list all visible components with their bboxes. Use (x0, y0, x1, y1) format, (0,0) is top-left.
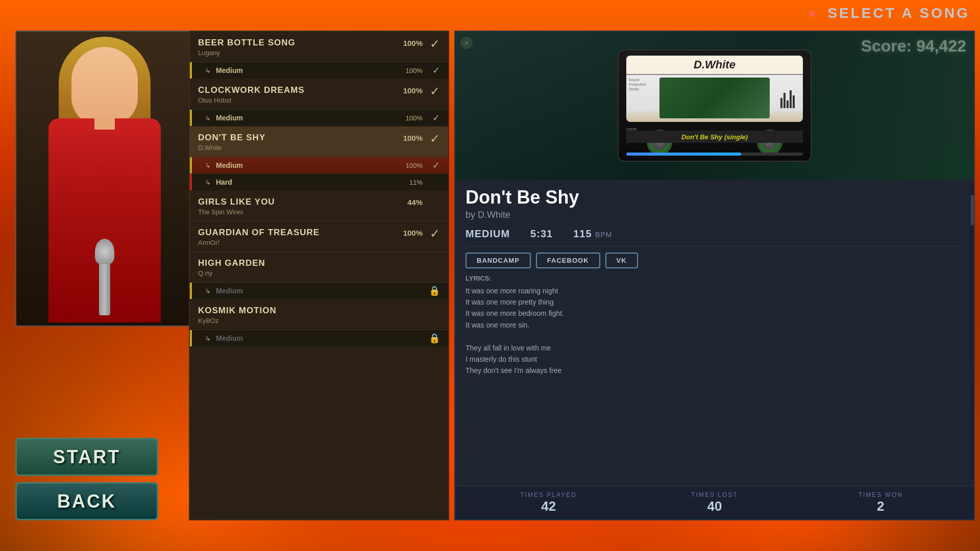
song-title: KOSMIK MOTION (198, 306, 440, 316)
scroll-thumb (971, 195, 974, 226)
header: ● SELECT A SONG (798, 0, 980, 27)
difficulty-arrow-icon: ↳ (205, 114, 211, 122)
difficulty-label: Hard (216, 178, 232, 186)
detail-song-title: Don't Be Shy (465, 187, 964, 208)
detail-stats: MEDIUM 5:31 115 BPM (465, 228, 964, 246)
song-check-icon: ✓ (430, 227, 440, 241)
times-won-label: TIMES WON (798, 491, 964, 498)
times-lost-block: TIMES LOST 40 (631, 491, 797, 514)
difficulty-arrow-icon: ↳ (205, 179, 211, 186)
facebook-button[interactable]: FACEBOOK (536, 253, 600, 268)
cassette-title: Don't Be Shy (single) (681, 133, 748, 141)
difficulty-check-icon: ✓ (432, 160, 440, 171)
detail-bpm: 115 BPM (573, 228, 612, 240)
song-details: Don't Be Shy by D.White MEDIUM 5:31 115 … (455, 180, 974, 486)
difficulty-label: Medium (216, 287, 243, 295)
song-artist: Lugany (198, 49, 440, 57)
song-score: 44% (407, 198, 423, 207)
action-buttons: START BACK (15, 438, 158, 520)
difficulty-arrow-icon: ↳ (205, 287, 211, 295)
vk-button[interactable]: VK (605, 253, 638, 268)
difficulty-label: Medium (216, 161, 243, 169)
stats-row: TIMES PLAYED 42 TIMES LOST 40 TIMES WON … (455, 486, 974, 519)
scroll-indicator[interactable] (970, 185, 974, 479)
difficulty-arrow-icon: ↳ (205, 335, 211, 342)
difficulty-item[interactable]: ↳Medium100%✓ (190, 62, 448, 79)
song-item[interactable]: DON'T BE SHYD.White100%✓ (190, 127, 448, 157)
song-artist: KyBOz (198, 317, 440, 324)
song-item[interactable]: GIRLS LIKE YOUThe Spin Wires44% (190, 191, 448, 221)
song-score: 100% (403, 134, 423, 142)
difficulty-bar (190, 174, 192, 190)
difficulty-check-icon: ✓ (432, 112, 440, 123)
lyrics-label: LYRICS: (465, 274, 964, 282)
difficulty-check-icon: ✓ (432, 65, 440, 76)
song-artist: Otus Hobst (198, 96, 440, 104)
song-item[interactable]: KOSMIK MOTIONKyBOz (190, 299, 448, 330)
song-item[interactable]: CLOCKWORK DREAMSOtus Hobst100%✓ (190, 79, 448, 110)
song-list-panel[interactable]: BEER BOTTLE SONGLugany100%✓↳Medium100%✓C… (189, 31, 449, 520)
cassette-artist: D.White (626, 56, 803, 75)
progress-bar-fill (626, 153, 741, 156)
song-check-icon: ✓ (430, 37, 440, 51)
difficulty-lock-icon: 🔒 (429, 285, 440, 296)
difficulty-score: 100% (406, 114, 423, 122)
difficulty-score: 100% (406, 162, 423, 169)
song-artist: The Spin Wires (198, 208, 440, 216)
times-played-label: TIMES PLAYED (465, 491, 631, 498)
difficulty-score: 11% (409, 179, 423, 186)
difficulty-bar (190, 283, 192, 299)
times-lost-label: TIMES LOST (631, 491, 797, 498)
start-button[interactable]: START (15, 438, 158, 476)
times-won-block: TIMES WON 2 (798, 491, 964, 514)
difficulty-item[interactable]: ↳Medium🔒 (190, 330, 448, 347)
difficulty-item[interactable]: ↳Medium🔒 (190, 283, 448, 299)
difficulty-label: Medium (216, 66, 243, 74)
difficulty-arrow-icon: ↳ (205, 67, 211, 74)
times-played-block: TIMES PLAYED 42 (465, 491, 631, 514)
difficulty-bar (190, 110, 192, 126)
song-score: 100% (403, 86, 423, 95)
difficulty-item[interactable]: ↳Medium100%✓ (190, 157, 448, 174)
back-button[interactable]: BACK (15, 482, 158, 520)
difficulty-label: Medium (216, 334, 243, 342)
difficulty-bar (190, 157, 192, 173)
song-title: HIGH GARDEN (198, 258, 440, 268)
difficulty-bar (190, 62, 192, 79)
detail-bpm-unit: BPM (595, 231, 612, 239)
song-item[interactable]: HIGH GARDENQ.rty (190, 252, 448, 283)
lyrics-text: It was one more roaring nightIt was one … (465, 285, 964, 377)
song-item[interactable]: BEER BOTTLE SONGLugany100%✓ (190, 32, 448, 62)
header-title: SELECT A SONG (827, 5, 970, 21)
song-artist: ArmOr! (198, 239, 440, 246)
difficulty-arrow-icon: ↳ (205, 162, 211, 169)
times-played-value: 42 (465, 498, 631, 514)
song-item[interactable]: GUARDIAN OF TREASUREArmOr!100%✓ (190, 221, 448, 252)
character-background (16, 32, 193, 325)
song-score: 100% (403, 39, 423, 47)
song-check-icon: ✓ (430, 84, 440, 98)
song-check-icon: ✓ (430, 132, 440, 146)
header-dot: ● (808, 5, 819, 21)
cassette-visual: D.White SoundProductionStudio (618, 49, 812, 162)
difficulty-score: 100% (406, 67, 423, 74)
difficulty-lock-icon: 🔒 (429, 333, 440, 344)
difficulty-label: Medium (216, 114, 243, 122)
difficulty-item[interactable]: ↳Hard11% (190, 174, 448, 191)
cassette-area: × Score: 94,422 D.White SoundProductionS… (455, 32, 974, 180)
right-panel: × Score: 94,422 D.White SoundProductionS… (454, 31, 975, 520)
difficulty-item[interactable]: ↳Medium100%✓ (190, 110, 448, 127)
social-buttons: BANDCAMP FACEBOOK VK (465, 253, 964, 268)
times-won-value: 2 (798, 498, 964, 514)
bandcamp-button[interactable]: BANDCAMP (465, 253, 531, 268)
times-lost-value: 40 (631, 498, 797, 514)
song-title: GIRLS LIKE YOU (198, 197, 440, 207)
detail-difficulty: MEDIUM (465, 228, 510, 240)
difficulty-bar (190, 330, 192, 346)
progress-bar-container (626, 153, 803, 156)
lyrics-section: LYRICS: It was one more roaring nightIt … (465, 274, 964, 377)
song-score: 100% (403, 229, 423, 237)
detail-duration: 5:31 (530, 228, 553, 240)
cassette-image (659, 78, 770, 118)
song-artist: Q.rty (198, 269, 440, 277)
